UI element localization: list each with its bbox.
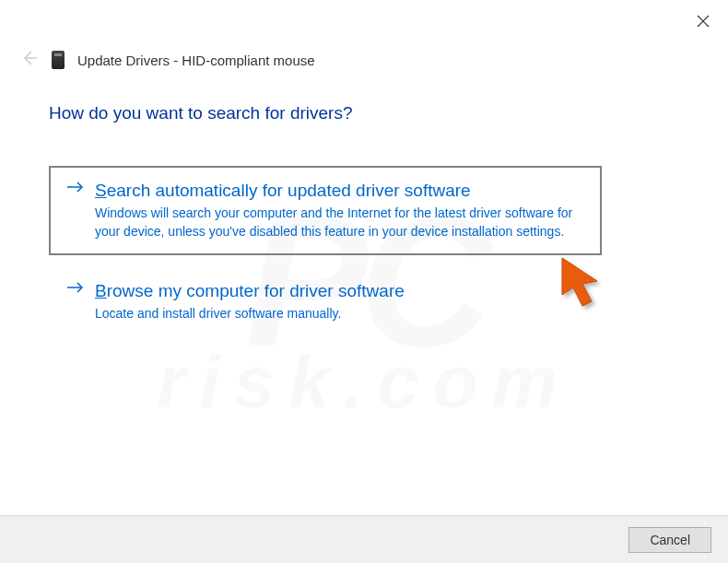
option-browse-description: Locate and install driver software manua…	[95, 305, 583, 323]
option-auto-title: Search automatically for updated driver …	[95, 181, 471, 201]
watermark-text: risk.com	[157, 340, 570, 425]
back-button	[18, 48, 39, 72]
close-icon	[697, 15, 710, 28]
option-auto-description: Windows will search your computer and th…	[95, 205, 583, 240]
back-arrow-icon	[18, 48, 39, 68]
arrow-right-icon	[67, 280, 84, 297]
options-list: Search automatically for updated driver …	[49, 166, 602, 349]
option-search-automatically[interactable]: Search automatically for updated driver …	[49, 166, 602, 255]
dialog-title: Update Drivers - HID-compliant mouse	[77, 53, 315, 68]
arrow-right-icon	[67, 180, 84, 196]
page-heading: How do you want to search for drivers?	[49, 103, 353, 123]
option-browse-title: Browse my computer for driver software	[95, 281, 405, 301]
close-button[interactable]	[695, 13, 711, 29]
button-bar: Cancel	[0, 515, 728, 563]
dialog-header: Update Drivers - HID-compliant mouse	[18, 48, 315, 72]
cancel-button[interactable]: Cancel	[628, 527, 711, 553]
device-icon	[52, 51, 65, 69]
option-browse-computer[interactable]: Browse my computer for driver software L…	[49, 266, 602, 338]
